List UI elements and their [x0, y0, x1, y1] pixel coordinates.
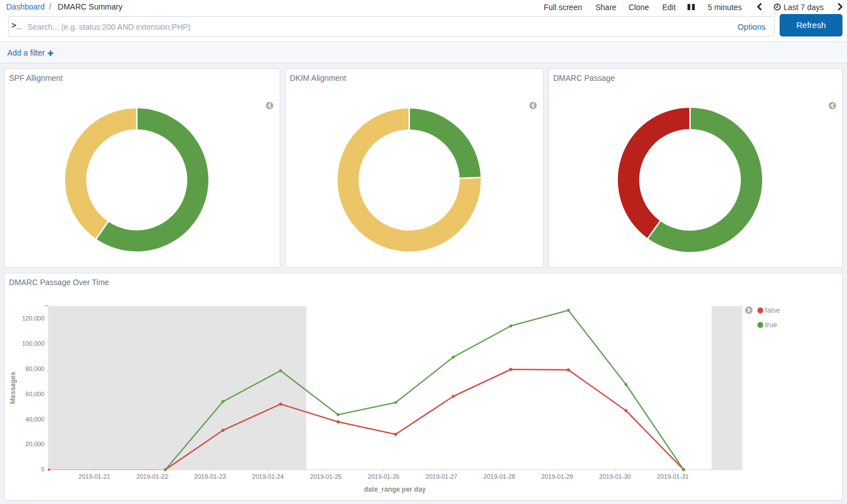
svg-text:false: false [765, 306, 780, 314]
svg-text:2019-01-23: 2019-01-23 [194, 473, 226, 480]
svg-text:2019-01-24: 2019-01-24 [252, 473, 284, 480]
svg-text:120,000: 120,000 [22, 315, 44, 322]
svg-text:2019-01-30: 2019-01-30 [599, 473, 631, 480]
svg-text:80,000: 80,000 [25, 365, 44, 372]
svg-text:2019-01-21: 2019-01-21 [79, 473, 110, 480]
svg-text:2019-01-29: 2019-01-29 [541, 473, 573, 480]
svg-text:100,000: 100,000 [22, 340, 44, 347]
svg-text:2019-01-31: 2019-01-31 [657, 473, 689, 480]
svg-text:2019-01-26: 2019-01-26 [368, 473, 399, 480]
svg-text:2019-01-25: 2019-01-25 [310, 473, 341, 480]
svg-text:40,000: 40,000 [25, 416, 44, 423]
svg-text:60,000: 60,000 [25, 391, 44, 397]
svg-text:2019-01-28: 2019-01-28 [484, 473, 515, 480]
svg-text:Messages: Messages [9, 372, 17, 404]
svg-text:2019-01-27: 2019-01-27 [426, 473, 457, 480]
svg-text:20,000: 20,000 [25, 441, 44, 447]
svg-text:0: 0 [41, 466, 44, 473]
svg-text:date_range per day: date_range per day [364, 485, 426, 493]
svg-text:2019-01-22: 2019-01-22 [136, 473, 168, 480]
svg-text:true: true [765, 321, 777, 329]
